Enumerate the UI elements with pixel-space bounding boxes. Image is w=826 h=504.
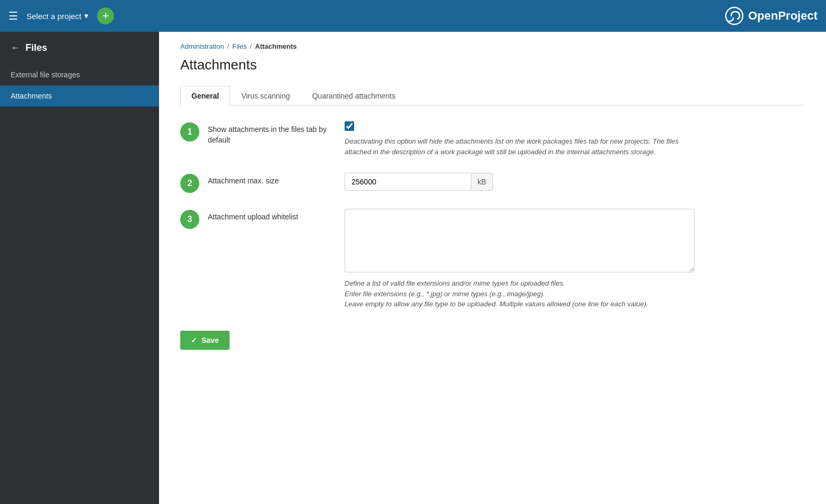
sidebar-item-external-file-storages[interactable]: External file storages bbox=[0, 64, 159, 85]
project-selector[interactable]: Select a project ▾ bbox=[27, 11, 89, 21]
setting-control-whitelist: Define a list of valid file extensions a… bbox=[345, 209, 805, 310]
whitelist-textarea[interactable] bbox=[345, 209, 695, 272]
sidebar-section-title: Files bbox=[25, 42, 47, 54]
hamburger-menu-icon[interactable]: ☰ bbox=[8, 10, 18, 22]
setting-control-max-size: kB bbox=[345, 173, 805, 191]
main-content: Administration / Files / Attachments Att… bbox=[159, 32, 826, 504]
breadcrumb: Administration / Files / Attachments bbox=[180, 42, 805, 50]
topbar: ☰ Select a project ▾ + OpenProject bbox=[0, 0, 826, 32]
max-size-unit-label: kB bbox=[471, 173, 493, 190]
main-layout: ← Files External file storages Attachmen… bbox=[0, 32, 826, 504]
step-badge-1: 1 bbox=[180, 122, 199, 142]
check-icon: ✓ bbox=[191, 336, 197, 344]
show-attachments-hint: Deactivating this option will hide the a… bbox=[345, 136, 695, 157]
sidebar: ← Files External file storages Attachmen… bbox=[0, 32, 159, 504]
tab-quarantined-attachments[interactable]: Quarantined attachments bbox=[301, 86, 407, 105]
sidebar-back-button[interactable]: ← Files bbox=[0, 32, 159, 64]
setting-label-show-attachments: Show attachments in the files tab by def… bbox=[208, 121, 329, 145]
max-size-input[interactable] bbox=[345, 173, 471, 190]
chevron-down-icon: ▾ bbox=[84, 11, 89, 21]
show-attachments-checkbox[interactable] bbox=[345, 121, 354, 131]
breadcrumb-administration[interactable]: Administration bbox=[180, 42, 224, 50]
step-badge-2: 2 bbox=[180, 174, 199, 193]
save-button-label: Save bbox=[201, 336, 219, 344]
whitelist-hint-1: Define a list of valid file extensions a… bbox=[345, 279, 565, 287]
tabs-container: General Virus scanning Quarantined attac… bbox=[180, 86, 805, 105]
settings-section: 1 Show attachments in the files tab by d… bbox=[180, 121, 805, 350]
logo-icon bbox=[725, 6, 744, 25]
openproject-logo: OpenProject bbox=[725, 6, 818, 25]
setting-label-max-size: Attachment max. size bbox=[208, 173, 279, 187]
breadcrumb-sep-1: / bbox=[227, 42, 229, 50]
sidebar-item-attachments[interactable]: Attachments bbox=[0, 85, 159, 107]
setting-control-show-attachments: Deactivating this option will hide the a… bbox=[345, 121, 805, 157]
page-title: Attachments bbox=[180, 57, 805, 73]
step-badge-3: 3 bbox=[180, 210, 199, 229]
breadcrumb-sep-2: / bbox=[250, 42, 252, 50]
tab-virus-scanning[interactable]: Virus scanning bbox=[230, 86, 301, 105]
max-size-input-group: kB bbox=[345, 173, 493, 191]
setting-row-whitelist: 3 Attachment upload whitelist Define a l… bbox=[180, 209, 805, 310]
setting-row-max-size: 2 Attachment max. size kB bbox=[180, 173, 805, 193]
whitelist-hint-3: Leave empty to allow any file type to be… bbox=[345, 300, 648, 308]
logo-text: OpenProject bbox=[748, 9, 818, 23]
setting-label-whitelist: Attachment upload whitelist bbox=[208, 209, 298, 223]
whitelist-hint: Define a list of valid file extensions a… bbox=[345, 278, 695, 310]
add-project-button[interactable]: + bbox=[97, 7, 114, 24]
back-arrow-icon: ← bbox=[11, 42, 20, 54]
whitelist-hint-2: Enter file extensions (e.g., *.jpg) or m… bbox=[345, 290, 545, 298]
save-button[interactable]: ✓ Save bbox=[180, 331, 230, 350]
project-selector-label: Select a project bbox=[27, 12, 81, 21]
tab-general[interactable]: General bbox=[180, 86, 230, 105]
breadcrumb-files[interactable]: Files bbox=[232, 42, 247, 50]
breadcrumb-attachments: Attachments bbox=[255, 42, 297, 50]
setting-row-show-attachments: 1 Show attachments in the files tab by d… bbox=[180, 121, 805, 157]
